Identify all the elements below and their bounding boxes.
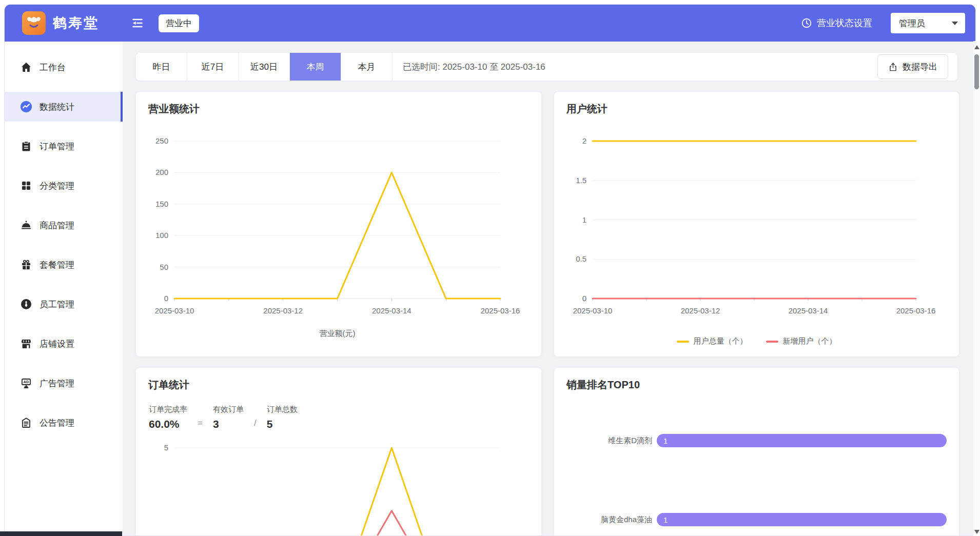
- svg-text:150: 150: [155, 200, 168, 208]
- stat-valid-value: 3: [213, 418, 244, 430]
- data-export-button[interactable]: 数据导出: [877, 54, 948, 79]
- stat-total-orders: 订单总数 5: [267, 405, 298, 430]
- stat-valid-label: 有效订单: [213, 405, 244, 414]
- sidebar-item-label: 公告管理: [40, 417, 74, 429]
- legend-dash-icon: [766, 341, 778, 343]
- svg-text:2025-03-16: 2025-03-16: [896, 306, 936, 315]
- sidebar-item-orders[interactable]: 订单管理: [5, 131, 123, 161]
- sidebar-item-staff[interactable]: 员工管理: [5, 289, 123, 319]
- top-header: 鹤寿堂 营业中 营业状态设置 管理员: [5, 5, 975, 42]
- top10-chart-title: 销量排名TOP10: [566, 378, 640, 392]
- orders-chart-title: 订单统计: [148, 378, 189, 392]
- stat-total-label: 订单总数: [267, 405, 298, 414]
- export-icon: [888, 62, 898, 72]
- svg-text:维生素D滴剂: 维生素D滴剂: [608, 436, 652, 445]
- svg-text:2025-03-12: 2025-03-12: [681, 306, 720, 315]
- product-icon: [20, 219, 32, 231]
- sidebar-item-home[interactable]: 工作台: [5, 52, 123, 82]
- sidebar-item-label: 商品管理: [40, 220, 74, 231]
- collapse-sidebar-icon[interactable]: [131, 16, 144, 30]
- vertical-scrollbar[interactable]: [973, 41, 980, 536]
- sidebar-item-ad[interactable]: AD广告管理: [5, 368, 123, 398]
- storefront-smiley-icon: [22, 11, 46, 35]
- revenue-line-chart: 0501001502002502025-03-102025-03-122025-…: [136, 92, 541, 356]
- sidebar-item-label: 广告管理: [40, 378, 74, 389]
- stat-completion: 订单完成率 60.0%: [149, 405, 187, 430]
- sidebar-item-label: 套餐管理: [40, 259, 74, 271]
- range-button-昨日[interactable]: 昨日: [136, 53, 187, 81]
- status-setting-label: 营业状态设置: [817, 17, 872, 29]
- sidebar-item-category[interactable]: 分类管理: [5, 171, 123, 201]
- category-icon: [20, 180, 32, 192]
- revenue-chart-title: 营业额统计: [148, 102, 200, 116]
- sidebar-item-product[interactable]: 商品管理: [5, 210, 123, 240]
- svg-text:0.5: 0.5: [576, 254, 586, 263]
- svg-text:脑黄金dha藻油: 脑黄金dha藻油: [601, 515, 652, 524]
- filter-bar: 昨日近7日近30日本周本月 已选时间: 2025-03-10 至 2025-03…: [136, 53, 957, 81]
- svg-text:2025-03-16: 2025-03-16: [481, 306, 520, 315]
- sidebar-item-label: 分类管理: [40, 180, 74, 192]
- card-sales-top10: 销量排名TOP10 维生素D滴剂1脑黄金dha藻油1: [554, 368, 959, 536]
- combo-icon: [20, 259, 32, 271]
- scroll-up-arrow-icon[interactable]: [974, 45, 979, 49]
- export-label: 数据导出: [903, 61, 937, 73]
- svg-text:250: 250: [155, 136, 168, 145]
- svg-text:5: 5: [164, 443, 168, 452]
- svg-text:2: 2: [582, 136, 586, 145]
- sidebar-item-combo[interactable]: 套餐管理: [5, 250, 123, 280]
- legend-dash-icon: [677, 341, 689, 343]
- sidebar-item-shop[interactable]: 店铺设置: [5, 329, 123, 359]
- card-orders: 订单统计 订单完成率 60.0% = 有效订单 3 / 订单总数 5 05202…: [136, 368, 541, 536]
- sidebar-item-stats[interactable]: 数据统计: [5, 92, 123, 122]
- sidebar-item-label: 工作台: [40, 62, 66, 73]
- svg-text:营业额(元): 营业额(元): [320, 329, 356, 338]
- range-button-本周[interactable]: 本周: [290, 53, 341, 81]
- sidebar-menu: 工作台数据统计订单管理分类管理商品管理套餐管理员工管理店铺设置AD广告管理公告管…: [5, 52, 123, 438]
- sidebar-item-label: 数据统计: [40, 101, 74, 113]
- app-logo: [22, 11, 46, 35]
- user-name: 管理员: [899, 17, 925, 29]
- svg-text:2025-03-10: 2025-03-10: [155, 306, 194, 315]
- order-stats: 订单完成率 60.0% = 有效订单 3 / 订单总数 5: [149, 405, 298, 430]
- app-title: 鹤寿堂: [53, 14, 99, 32]
- range-button-本月[interactable]: 本月: [341, 53, 393, 81]
- svg-text:2025-03-12: 2025-03-12: [263, 306, 303, 315]
- svg-text:AD: AD: [24, 380, 29, 384]
- stat-completion-value: 60.0%: [149, 418, 187, 430]
- svg-text:1: 1: [582, 215, 586, 224]
- staff-icon: [20, 298, 32, 310]
- users-chart-title: 用户统计: [566, 102, 607, 116]
- svg-text:1: 1: [663, 436, 668, 445]
- range-button-近30日[interactable]: 近30日: [239, 53, 290, 81]
- users-line-chart: 00.511.522025-03-102025-03-122025-03-142…: [554, 92, 959, 356]
- chevron-down-icon: [952, 22, 958, 25]
- selected-time-label: 已选时间: 2025-03-10 至 2025-03-16: [403, 61, 545, 73]
- sidebar-item-label: 订单管理: [40, 141, 74, 152]
- svg-text:1: 1: [663, 515, 668, 524]
- legend-label: 用户总量（个）: [694, 336, 748, 346]
- bottom-dark-bar: [0, 531, 122, 536]
- card-revenue: 营业额统计 0501001502002502025-03-102025-03-1…: [136, 92, 541, 356]
- business-status-setting[interactable]: 营业状态设置: [801, 17, 872, 29]
- stat-valid-orders: 有效订单 3: [213, 405, 244, 430]
- range-button-近7日[interactable]: 近7日: [187, 53, 239, 81]
- scroll-down-arrow-icon[interactable]: [974, 530, 979, 534]
- svg-text:2025-03-14: 2025-03-14: [372, 306, 411, 315]
- legend-entry[interactable]: 用户总量（个）: [677, 336, 748, 346]
- users-chart-legend: 用户总量（个）新增用户（个）: [554, 336, 959, 346]
- stats-icon: [20, 101, 32, 113]
- scrollbar-thumb[interactable]: [974, 54, 979, 89]
- svg-text:200: 200: [155, 168, 168, 176]
- legend-entry[interactable]: 新增用户（个）: [766, 336, 837, 346]
- svg-text:100: 100: [155, 231, 168, 240]
- notice-icon: [20, 416, 32, 429]
- svg-text:0: 0: [164, 294, 168, 303]
- orders-line-chart: 052025-03-102025-03-122025-03-142025-03-…: [136, 368, 541, 536]
- user-dropdown[interactable]: 管理员: [891, 13, 965, 33]
- legend-label: 新增用户（个）: [783, 336, 837, 346]
- ad-icon: AD: [20, 377, 32, 389]
- stat-completion-label: 订单完成率: [149, 405, 187, 414]
- sidebar-item-notice[interactable]: 公告管理: [5, 408, 123, 438]
- svg-text:2025-03-10: 2025-03-10: [573, 306, 613, 315]
- date-range-group: 昨日近7日近30日本周本月: [136, 53, 393, 81]
